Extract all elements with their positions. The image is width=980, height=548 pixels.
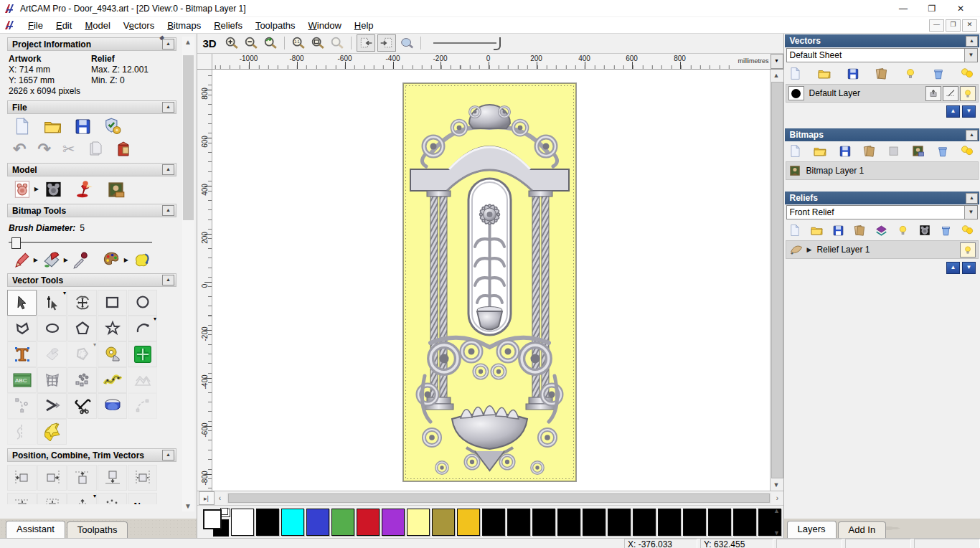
drawing-canvas[interactable] [212,70,770,491]
save-layer-icon[interactable] [839,145,852,158]
vector-doctor-button[interactable] [128,341,157,367]
menu-item[interactable]: Vectors [117,19,161,32]
merge-layers-icon[interactable] [862,144,876,158]
brush-diameter-slider[interactable] [9,237,152,247]
contrast-slider-thumb[interactable] [494,37,501,50]
layer-name[interactable]: Default Layer [804,88,925,98]
colour-swatch[interactable] [507,509,530,536]
move-layer-down-button[interactable]: ▼ [962,105,976,118]
move-layer-up-button[interactable]: ▲ [946,262,960,274]
collapse-file-button[interactable]: ▲ [162,102,174,113]
relief-combo[interactable]: Front Relief ▼ [786,205,979,219]
create-circle-button[interactable] [128,290,157,316]
mdi-minimize-button[interactable]: — [929,19,944,32]
merge-layers-icon[interactable] [853,224,866,237]
model-wizard-icon[interactable] [103,117,123,136]
align-right-button[interactable] [37,465,67,491]
vector-library-button[interactable] [37,419,67,445]
expand-layer-icon[interactable]: ▶ [804,246,812,253]
tab-assistant[interactable]: Assistant [6,521,65,538]
create-text-button[interactable] [7,341,37,367]
colour-swatch[interactable] [608,509,631,536]
colour-swatch[interactable] [557,509,580,536]
scroll-right-icon[interactable]: › [772,494,783,502]
create-polygon-button[interactable] [67,316,97,341]
toggle-bitmap-icon[interactable] [357,34,375,52]
nesting-button[interactable]: Nes [128,493,157,504]
align-top-button[interactable] [67,465,97,491]
profile-tool-button[interactable] [7,419,37,445]
colour-swatch[interactable] [658,509,681,536]
delete-layer-icon[interactable] [932,67,945,80]
units-dropdown-button[interactable]: ▼ [771,54,783,69]
menu-item[interactable]: Bitmaps [161,19,207,32]
open-model-icon[interactable] [43,117,62,136]
tab-layers[interactable]: Layers [787,521,837,538]
fit-arcs-button[interactable] [7,393,37,419]
canvas-horizontal-scrollbar[interactable]: ▸| ‹ › [197,491,783,505]
colour-swatch[interactable] [683,509,706,536]
undo-icon[interactable]: ↶ [13,140,26,159]
envelope-distort-button[interactable] [37,367,67,393]
greyscale-from-model-icon[interactable]: ▶ [13,179,32,199]
preview-relief-icon[interactable] [398,35,415,51]
mdi-restore-button[interactable]: ❐ [946,19,961,32]
collapse-bitmaps-button[interactable]: ▲ [966,130,978,141]
canvas-vertical-scrollbar[interactable]: ▲ ▼ [770,70,783,491]
menu-item[interactable]: Window [302,19,348,32]
align-centre-3-button[interactable]: ▾ [67,493,97,504]
colour-swatch[interactable] [482,509,505,536]
layer-bulb-icon[interactable] [897,224,909,237]
all-bulbs-icon[interactable] [960,144,974,158]
minimize-button[interactable]: — [898,4,908,14]
menu-item[interactable]: Toolpaths [249,19,302,32]
greyscale-preview-icon[interactable] [918,224,931,237]
layer-colour-chip[interactable] [788,86,804,100]
transform-vectors-button[interactable] [67,290,97,316]
collapse-vectors-button[interactable]: ▲ [966,36,978,47]
center-in-page-button[interactable] [128,465,157,491]
select-vectors-button[interactable] [7,290,37,316]
toggle-vectors-icon[interactable] [377,34,396,52]
cut-icon[interactable]: ✂ [62,141,75,158]
scroll-up-icon[interactable]: ▲ [771,70,783,81]
vector-layer-row[interactable]: Default Layer [786,84,979,103]
colour-swatch[interactable] [407,509,430,536]
menu-item[interactable]: File [22,19,50,32]
model-from-greyscale-icon[interactable] [44,179,63,199]
offset-vector-button[interactable]: ▾ [67,341,97,367]
open-layer-icon[interactable] [810,224,824,237]
scrollbar-thumb[interactable] [183,55,194,220]
texture-fill-icon[interactable] [132,250,152,269]
collapse-position-button[interactable]: ▲ [162,450,174,460]
align-centre-2-button[interactable] [37,493,67,504]
tab-toolpaths[interactable]: Toolpaths [67,521,128,538]
layer-visibility-button[interactable] [960,86,976,101]
open-layer-icon[interactable] [813,144,827,158]
create-ellipse-button[interactable] [37,316,67,341]
zoom-previous-icon[interactable] [262,35,279,51]
scroll-left-icon[interactable]: ‹ [215,494,226,502]
layer-name[interactable]: Relief Layer 1 [811,245,958,255]
menu-item[interactable]: Help [348,19,380,32]
mdi-close-button[interactable]: ✕ [962,19,977,32]
create-rectangle-button[interactable] [98,290,127,316]
colour-swatch[interactable] [633,509,656,536]
fill-vector-button[interactable] [37,341,67,367]
transfer-layer-icon[interactable] [875,224,888,237]
colour-swatch[interactable] [708,509,731,536]
palette-scroll-down-icon[interactable]: ▼ [773,529,780,537]
scatter-copy-button[interactable] [98,493,127,504]
all-bulbs-icon[interactable] [960,67,974,80]
create-arc-button[interactable]: ▾ [128,316,157,341]
scrollbar-thumb[interactable] [228,493,770,503]
new-model-icon[interactable] [13,117,32,136]
new-layer-icon[interactable] [788,144,802,158]
menu-item[interactable]: Model [78,19,116,32]
slider-thumb[interactable] [11,237,21,249]
zoom-fit-icon[interactable] [309,35,326,51]
new-layer-icon[interactable] [788,67,802,80]
colour-swatch[interactable] [256,509,279,536]
dropdown-arrow-icon[interactable]: ▼ [964,49,977,62]
save-layer-icon[interactable] [847,67,859,80]
